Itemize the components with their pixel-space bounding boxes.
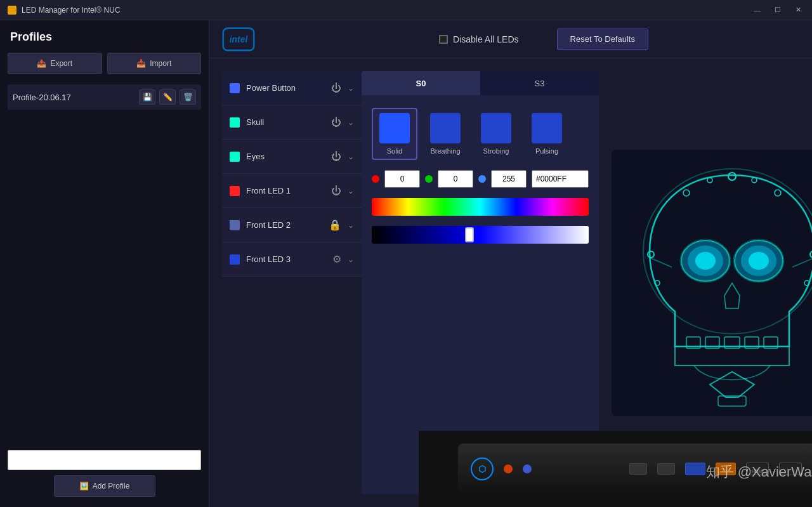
nuc-logo: ⬡ xyxy=(471,458,494,480)
front-led-3-expand-icon: ⌄ xyxy=(348,255,354,264)
svg-text:intel: intel xyxy=(230,34,249,44)
eyes-color xyxy=(230,152,240,162)
strobing-label: Strobing xyxy=(483,147,509,155)
content-area: intel Disable All LEDs Reset To Defaults… xyxy=(209,20,812,507)
skull-power-icon: ⏻ xyxy=(331,117,341,128)
led-item-eyes[interactable]: Eyes ⏻ ⌄ xyxy=(222,140,362,174)
titlebar-title: LED Manager for Intel® NUC xyxy=(22,6,121,15)
intel-logo: intel xyxy=(222,27,255,52)
breathing-color-box xyxy=(430,113,461,143)
watermark: 知乎 @XavierWang xyxy=(706,463,812,482)
titlebar: LED Manager for Intel® NUC — ☐ ✕ xyxy=(0,0,812,20)
tab-s0[interactable]: S0 xyxy=(362,71,480,95)
green-input[interactable] xyxy=(438,170,473,188)
front-led-1-color xyxy=(230,186,240,196)
brightness-track xyxy=(372,226,589,244)
led-item-front-led-1[interactable]: Front LED 1 ⏻ ⌄ xyxy=(222,174,362,208)
front-led-2-save-icon: 🔒 xyxy=(329,219,341,231)
red-input[interactable] xyxy=(384,170,420,188)
nuc-port-2 xyxy=(657,463,675,475)
new-profile-input[interactable] xyxy=(8,450,201,470)
minimize-button[interactable]: — xyxy=(749,3,766,17)
import-label: Import xyxy=(150,59,171,68)
pulsing-label: Pulsing xyxy=(535,147,558,155)
blue-indicator xyxy=(478,175,486,183)
skull-color xyxy=(230,117,240,128)
svg-point-11 xyxy=(695,252,716,270)
pulsing-color-box xyxy=(532,113,562,143)
front-led-1-power-icon: ⏻ xyxy=(331,185,341,197)
mode-pulsing[interactable]: Pulsing xyxy=(524,108,570,160)
sidebar: Profiles 📤 Export 📥 Import Profile-20.06… xyxy=(0,20,209,507)
nuc-usb-blue xyxy=(685,463,705,475)
window-controls: — ☐ ✕ xyxy=(749,3,807,17)
skull-label: Skull xyxy=(246,117,325,127)
profile-save-button[interactable]: 💾 xyxy=(139,89,155,105)
front-led-1-expand-icon: ⌄ xyxy=(348,187,354,195)
profile-item: Profile-20.06.17 💾 ✏️ 🗑️ xyxy=(8,84,201,110)
front-led-3-gear-icon: ⚙ xyxy=(332,253,341,265)
profile-name: Profile-20.06.17 xyxy=(13,93,71,102)
nuc-led-blue xyxy=(523,464,532,473)
profile-edit-button[interactable]: ✏️ xyxy=(159,89,176,105)
color-inputs xyxy=(372,170,589,188)
profile-delete-button[interactable]: 🗑️ xyxy=(180,89,196,105)
controls-body: Solid Breathing Strobing Pulsing xyxy=(362,95,599,256)
topbar: intel Disable All LEDs Reset To Defaults xyxy=(209,20,812,58)
import-icon: 📥 xyxy=(136,59,146,68)
svg-rect-2 xyxy=(612,150,812,416)
led-item-skull[interactable]: Skull ⏻ ⌄ xyxy=(222,105,362,140)
mode-solid[interactable]: Solid xyxy=(372,108,417,160)
export-button[interactable]: 📤 Export xyxy=(8,53,102,74)
front-led-2-expand-icon: ⌄ xyxy=(348,221,354,230)
eyes-expand-icon: ⌄ xyxy=(348,152,354,161)
power-button-power-icon: ⏻ xyxy=(331,82,341,94)
tab-s3[interactable]: S3 xyxy=(480,71,599,95)
sidebar-title: Profiles xyxy=(8,30,201,44)
titlebar-left: LED Manager for Intel® NUC xyxy=(8,6,121,15)
led-item-front-led-2[interactable]: Front LED 2 🔒 ⌄ xyxy=(222,208,362,242)
reset-to-defaults-button[interactable]: Reset To Defaults xyxy=(557,29,648,50)
brightness-thumb[interactable] xyxy=(465,227,474,242)
front-led-3-label: Front LED 3 xyxy=(246,254,326,264)
add-profile-label: Add Profile xyxy=(93,482,130,491)
nuc-led-red xyxy=(504,464,513,473)
hex-input[interactable] xyxy=(532,170,589,188)
solid-color-box xyxy=(379,113,410,143)
color-spectrum[interactable] xyxy=(372,198,589,216)
front-led-2-color xyxy=(230,220,240,230)
add-profile-button[interactable]: 🖼️ Add Profile xyxy=(54,475,155,497)
power-button-label: Power Button xyxy=(246,83,325,93)
export-icon: 📤 xyxy=(37,59,46,68)
export-label: Export xyxy=(50,59,72,68)
led-item-front-led-3[interactable]: Front LED 3 ⚙ ⌄ xyxy=(222,242,362,277)
svg-point-14 xyxy=(749,252,769,270)
mode-strobing[interactable]: Strobing xyxy=(473,108,519,160)
state-tabs: S0 S3 xyxy=(362,71,599,95)
main-container: Profiles 📤 Export 📥 Import Profile-20.06… xyxy=(0,20,812,507)
led-item-power-button[interactable]: Power Button ⏻ ⌄ xyxy=(222,71,362,105)
solid-label: Solid xyxy=(387,147,402,155)
led-list: Power Button ⏻ ⌄ Skull ⏻ ⌄ Eyes ⏻ ⌄ xyxy=(222,71,362,494)
app-icon xyxy=(8,6,16,15)
power-button-color xyxy=(230,83,240,93)
blue-input[interactable] xyxy=(491,170,527,188)
green-indicator xyxy=(425,175,433,183)
skull-svg xyxy=(612,150,812,416)
import-button[interactable]: 📥 Import xyxy=(107,53,202,74)
nuc-port-1 xyxy=(629,463,647,475)
breathing-label: Breathing xyxy=(430,147,460,155)
close-button[interactable]: ✕ xyxy=(789,3,807,17)
skull-expand-icon: ⌄ xyxy=(348,118,354,127)
disable-all-leds-group: Disable All LEDs xyxy=(439,34,519,44)
sidebar-buttons: 📤 Export 📥 Import xyxy=(8,53,201,74)
maximize-button[interactable]: ☐ xyxy=(769,3,787,17)
brightness-slider-wrap[interactable] xyxy=(372,226,589,244)
strobing-color-box xyxy=(481,113,511,143)
profile-actions: 💾 ✏️ 🗑️ xyxy=(139,89,196,105)
disable-all-leds-label: Disable All LEDs xyxy=(453,34,519,44)
disable-all-leds-checkbox[interactable] xyxy=(439,35,448,44)
power-button-expand-icon: ⌄ xyxy=(348,84,354,93)
eyes-power-icon: ⏻ xyxy=(331,151,341,162)
mode-breathing[interactable]: Breathing xyxy=(422,108,468,160)
